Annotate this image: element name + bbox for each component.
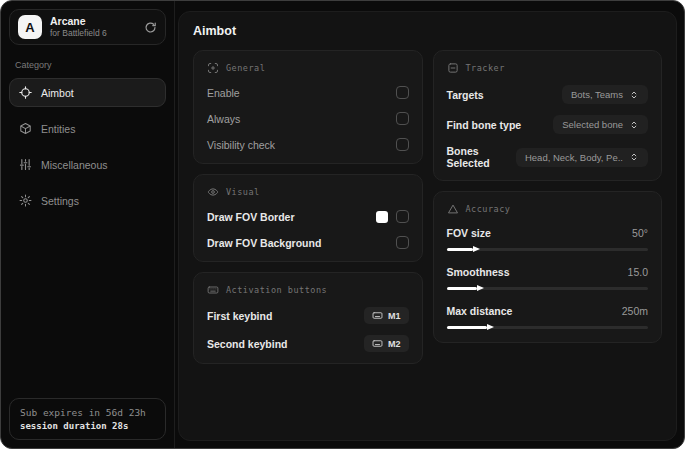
select-value: Bots, Teams [571, 89, 623, 100]
slider-fill [447, 248, 473, 251]
frame-minus-icon [447, 62, 459, 74]
setting-label: Find bone type [447, 119, 522, 131]
session-duration-text: session duration 28s [20, 421, 155, 431]
setting-label: First keybind [207, 310, 272, 322]
setting-label: Draw FOV Background [207, 237, 321, 249]
gear-icon [19, 194, 32, 207]
scan-icon [207, 62, 219, 74]
sidebar-item-label: Entities [41, 123, 75, 135]
fov-size-slider[interactable] [447, 245, 649, 253]
eye-icon [207, 186, 219, 198]
slider-fill [447, 287, 477, 290]
card-title: Tracker [466, 63, 505, 73]
sub-expiry-text: Sub expires in 56d 23h [20, 407, 155, 418]
setting-label: Bones Selected [447, 145, 516, 169]
always-checkbox[interactable] [396, 112, 409, 125]
select-value: Selected bone [562, 119, 623, 130]
slider-fill [447, 326, 487, 329]
keybind-value: M1 [388, 311, 401, 321]
card-title: Accuracy [466, 204, 511, 214]
sidebar: A Arcane for Battlefield 6 Category Aimb… [1, 1, 175, 448]
sidebar-header: A Arcane for Battlefield 6 [9, 9, 166, 45]
sidebar-nav: Aimbot Entities Miscellaneous [9, 78, 166, 215]
crosshair-icon [19, 86, 32, 99]
sidebar-item-label: Aimbot [41, 87, 74, 99]
first-keybind-button[interactable]: M1 [364, 307, 409, 324]
general-card: General Enable Always Visibility check [193, 50, 423, 164]
keyboard-icon [207, 284, 219, 296]
card-title: Visual [226, 187, 260, 197]
select-value: Head, Neck, Body, Pe.. [525, 152, 623, 163]
slider-thumb[interactable] [473, 246, 480, 252]
visibility-check-checkbox[interactable] [396, 138, 409, 151]
setting-label: Second keybind [207, 338, 288, 350]
cube-icon [19, 122, 32, 135]
smoothness-value: 15.0 [628, 266, 648, 278]
fov-border-color-swatch[interactable] [376, 211, 388, 223]
refresh-icon[interactable] [144, 21, 157, 34]
draw-fov-background-checkbox[interactable] [396, 236, 409, 249]
triangle-icon [447, 203, 459, 215]
targets-select[interactable]: Bots, Teams [562, 85, 648, 104]
draw-fov-border-checkbox[interactable] [396, 210, 409, 223]
visual-card: Visual Draw FOV Border Draw FOV Backgrou… [193, 174, 423, 262]
sidebar-item-aimbot[interactable]: Aimbot [9, 78, 166, 107]
setting-label: Visibility check [207, 139, 275, 151]
max-distance-value: 250m [622, 305, 648, 317]
chevrons-up-down-icon [629, 90, 639, 100]
setting-label: Targets [447, 89, 484, 101]
app-logo: A [18, 15, 42, 39]
chevrons-up-down-icon [629, 120, 639, 130]
keyboard-icon [372, 310, 383, 321]
sidebar-item-label: Miscellaneous [41, 159, 108, 171]
activation-buttons-card: Activation buttons First keybind M1 [193, 272, 423, 364]
sidebar-item-label: Settings [41, 195, 79, 207]
setting-label: Enable [207, 87, 240, 99]
find-bone-type-select[interactable]: Selected bone [553, 115, 648, 134]
category-label: Category [15, 60, 160, 70]
sidebar-item-miscellaneous[interactable]: Miscellaneous [9, 150, 166, 179]
setting-label: Draw FOV Border [207, 211, 295, 223]
card-title: Activation buttons [226, 285, 327, 295]
main-wrap: Aimbot General [175, 1, 684, 448]
accuracy-card: Accuracy FOV size 50° [433, 191, 663, 343]
enable-checkbox[interactable] [396, 86, 409, 99]
chevrons-up-down-icon [629, 152, 639, 162]
setting-label: Always [207, 113, 240, 125]
bones-selected-select[interactable]: Head, Neck, Body, Pe.. [516, 148, 648, 167]
right-column: Tracker Targets Bots, Teams [433, 50, 663, 343]
card-title: General [226, 63, 265, 73]
sidebar-item-entities[interactable]: Entities [9, 114, 166, 143]
tracker-card: Tracker Targets Bots, Teams [433, 50, 663, 181]
left-column: General Enable Always Visibility check [193, 50, 423, 364]
app-window: A Arcane for Battlefield 6 Category Aimb… [0, 0, 685, 449]
app-subtitle: for Battlefield 6 [50, 28, 107, 39]
main-panel: Aimbot General [178, 11, 677, 441]
keybind-value: M2 [388, 339, 401, 349]
subscription-info: Sub expires in 56d 23h session duration … [9, 398, 166, 440]
app-title-block: Arcane for Battlefield 6 [50, 15, 107, 39]
slider-thumb[interactable] [477, 285, 484, 291]
setting-label: Smoothness [447, 266, 510, 278]
setting-label: FOV size [447, 227, 491, 239]
sliders-icon [19, 158, 32, 171]
page-title: Aimbot [193, 24, 662, 38]
fov-size-value: 50° [632, 227, 648, 239]
keyboard-icon [372, 338, 383, 349]
second-keybind-button[interactable]: M2 [364, 335, 409, 352]
setting-label: Max distance [447, 305, 513, 317]
smoothness-slider[interactable] [447, 284, 649, 292]
app-name: Arcane [50, 15, 107, 28]
slider-thumb[interactable] [487, 324, 494, 330]
max-distance-slider[interactable] [447, 323, 649, 331]
sidebar-item-settings[interactable]: Settings [9, 186, 166, 215]
